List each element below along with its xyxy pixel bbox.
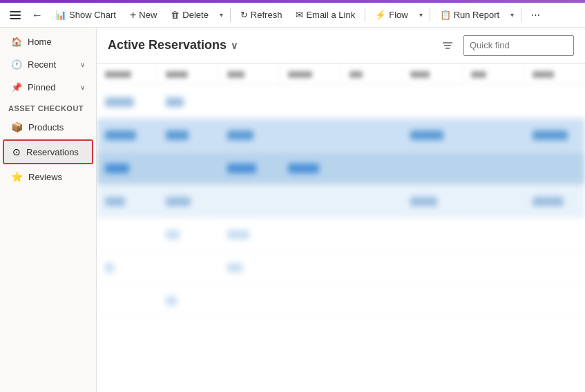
table-cell (402, 197, 463, 206)
col-header (97, 63, 157, 85)
title-chevron-icon[interactable]: ∨ (231, 40, 238, 51)
table-cell (219, 164, 280, 173)
table-cell (219, 230, 280, 239)
run-report-button[interactable]: 📋 Run Report (434, 7, 505, 23)
hamburger-line (10, 18, 21, 19)
pin-icon: 📌 (11, 82, 22, 92)
delete-button[interactable]: 🗑 Delete (165, 7, 214, 23)
col-header (157, 63, 218, 85)
top-bar: ← 📊 Show Chart + New 🗑 Delete ▾ ↻ Refres… (0, 3, 585, 28)
delete-dropdown[interactable]: ▾ (217, 8, 226, 21)
chart-icon: 📊 (55, 10, 66, 20)
sidebar-item-home[interactable]: 🏠 Home (3, 31, 93, 52)
flow-icon: ⚡ (375, 10, 386, 20)
email-icon: ✉ (296, 10, 303, 20)
sidebar-item-reservations[interactable]: ⊙ Reservations (4, 141, 92, 163)
chevron-down-icon: ▾ (419, 11, 423, 19)
table-cell (219, 130, 280, 140)
flow-dropdown[interactable]: ▾ (416, 8, 425, 21)
table-cell (97, 263, 157, 273)
table-cell (524, 130, 585, 140)
divider (430, 8, 430, 22)
hamburger-line (10, 11, 21, 12)
divider (521, 8, 521, 22)
table-cell (280, 164, 341, 173)
new-button[interactable]: + New (124, 6, 162, 24)
refresh-icon: ↻ (240, 10, 248, 20)
table-row (97, 185, 585, 218)
col-header (219, 63, 280, 85)
filter-button[interactable] (437, 35, 458, 56)
home-icon: 🏠 (11, 37, 22, 47)
table-row (97, 152, 585, 185)
table-cell (97, 130, 157, 140)
search-input[interactable] (464, 40, 574, 50)
run-report-dropdown[interactable]: ▾ (508, 8, 517, 21)
back-button[interactable]: ← (28, 6, 47, 24)
table-cell (402, 130, 463, 140)
reservations-icon: ⊙ (12, 146, 21, 157)
sidebar-item-reviews[interactable]: ⭐ Reviews (3, 166, 93, 188)
plus-icon: + (130, 9, 136, 21)
table-cell (157, 130, 218, 140)
reservations-highlight-border: ⊙ Reservations (3, 139, 93, 164)
table-row (97, 218, 585, 251)
table-cell (97, 97, 157, 107)
sidebar-item-recent[interactable]: 🕐 Recent ∨ (3, 54, 93, 75)
show-chart-button[interactable]: 📊 Show Chart (50, 7, 122, 23)
email-link-button[interactable]: ✉ Email a Link (290, 7, 361, 23)
col-header (524, 63, 585, 85)
divider (365, 8, 365, 22)
table-area (97, 63, 585, 392)
table-cell (97, 164, 157, 173)
table-body (97, 86, 585, 317)
products-icon: 📦 (11, 121, 23, 133)
table-cell (97, 197, 157, 206)
hamburger-line (10, 14, 21, 16)
trash-icon: 🗑 (171, 10, 180, 20)
chevron-down-icon: ∨ (80, 84, 85, 91)
chevron-down-icon: ▾ (220, 11, 223, 19)
menu-button[interactable] (6, 7, 25, 23)
table-cell (524, 197, 585, 206)
report-icon: 📋 (440, 10, 451, 20)
table-cell (157, 296, 218, 306)
filter-icon (442, 40, 453, 51)
table-cell (157, 97, 218, 107)
sidebar-item-pinned[interactable]: 📌 Pinned ∨ (3, 77, 93, 98)
col-header (280, 63, 341, 85)
sidebar-item-products[interactable]: 📦 Products (3, 116, 93, 138)
main-layout: 🏠 Home 🕐 Recent ∨ 📌 Pinned ∨ Asset Check… (0, 28, 585, 392)
sidebar: 🏠 Home 🕐 Recent ∨ 📌 Pinned ∨ Asset Check… (0, 28, 97, 392)
table-row (97, 284, 585, 317)
col-header (402, 63, 463, 85)
more-button[interactable]: ⋯ (526, 7, 546, 23)
table-cell (157, 230, 218, 239)
flow-button[interactable]: ⚡ Flow (370, 7, 413, 23)
chevron-down-icon: ∨ (80, 61, 85, 68)
col-header (341, 63, 402, 85)
table-row (97, 119, 585, 152)
recent-icon: 🕐 (11, 59, 22, 70)
content-area: Active Reservations ∨ (97, 28, 585, 392)
reviews-icon: ⭐ (11, 171, 23, 182)
table-cell (157, 197, 218, 206)
refresh-button[interactable]: ↻ Refresh (235, 7, 288, 23)
more-icon: ⋯ (531, 10, 540, 20)
view-header: Active Reservations ∨ (97, 28, 585, 63)
table-row (97, 251, 585, 284)
page-title: Active Reservations ∨ (108, 38, 238, 52)
col-header (463, 63, 524, 85)
sidebar-section-header: Asset Checkout (0, 99, 96, 115)
chevron-down-icon: ▾ (510, 11, 514, 19)
table-column-headers (97, 63, 585, 86)
search-box (463, 35, 574, 56)
table-row (97, 86, 585, 119)
table-cell (219, 263, 280, 273)
divider (230, 8, 231, 22)
